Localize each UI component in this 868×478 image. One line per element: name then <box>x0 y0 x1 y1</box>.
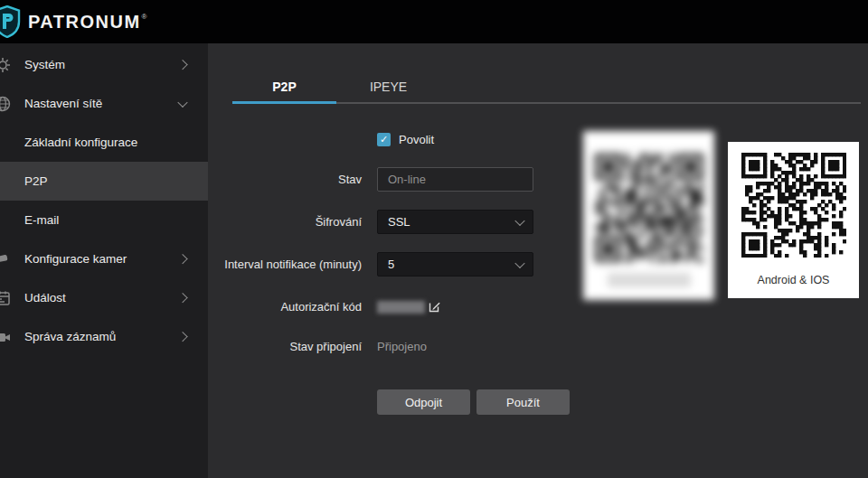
encryption-select-value: SSL <box>388 215 410 229</box>
shield-logo-icon <box>0 5 21 38</box>
chevron-down-icon <box>177 97 187 107</box>
status-label: Stav <box>208 173 362 186</box>
network-icon <box>0 95 12 113</box>
camera-icon <box>0 250 12 268</box>
apply-button[interactable]: Použít <box>476 389 570 415</box>
app-qr-label: Android & IOS <box>728 274 859 286</box>
disconnect-button[interactable]: Odpojit <box>377 389 470 415</box>
app-download-qr-code <box>741 153 846 258</box>
sidebar-item-email[interactable]: E-mail <box>0 201 208 239</box>
app-qr-card: Android & IOS <box>728 142 859 298</box>
chevron-right-icon <box>177 253 187 263</box>
patronum-logo: PATRONUM® <box>0 5 146 38</box>
active-tab-indicator <box>232 101 336 104</box>
chevron-down-icon <box>514 215 524 225</box>
chevron-right-icon <box>177 292 187 302</box>
logo-text: PATRONUM <box>28 12 141 33</box>
top-bar: PATRONUM® <box>0 0 868 43</box>
connection-status-label: Stav připojení <box>208 340 362 353</box>
sidebar-item-label: Událost <box>24 291 66 305</box>
interval-select[interactable]: 5 <box>377 252 533 276</box>
connection-status-value: Připojeno <box>377 340 427 353</box>
chevron-down-icon <box>514 258 524 267</box>
enable-label: Povolit <box>399 133 434 146</box>
logo-registered-mark: ® <box>142 13 147 21</box>
sidebar-item-label: Nastavení sítě <box>24 97 102 110</box>
sidebar: SystémNastavení sítěZákladní konfigurace… <box>0 43 208 478</box>
sidebar-item-label: E-mail <box>24 213 59 227</box>
sidebar-item-basic-config[interactable]: Základní konfigurace <box>0 123 208 162</box>
sidebar-item-label: Správa záznamů <box>24 330 116 343</box>
encryption-select[interactable]: SSL <box>377 210 533 234</box>
sidebar-item-p2p[interactable]: P2P <box>0 162 208 201</box>
tab-underline <box>232 102 861 104</box>
records-icon <box>0 328 12 346</box>
chevron-right-icon <box>177 331 187 341</box>
interval-select-value: 5 <box>388 258 394 271</box>
auth-code-hidden-value <box>377 301 425 314</box>
device-qr-code <box>595 154 703 262</box>
sidebar-item-label: Základní konfigurace <box>24 136 137 149</box>
enable-checkbox[interactable]: ✓ <box>377 133 391 146</box>
sidebar-item-event[interactable]: Událost <box>0 278 208 317</box>
status-input[interactable] <box>377 167 533 192</box>
sidebar-item-system[interactable]: Systém <box>0 45 208 84</box>
sidebar-item-label: Konfigurace kamer <box>24 252 127 266</box>
sidebar-item-records[interactable]: Správa záznamů <box>0 317 208 356</box>
device-qr-card <box>583 131 714 300</box>
edit-icon[interactable] <box>429 300 441 313</box>
sidebar-item-camera-config[interactable]: Konfigurace kamer <box>0 239 208 278</box>
encryption-label: Šifrování <box>208 215 362 229</box>
main-content: P2PIPEYE ✓ Povolit Stav Šifrování SSL In… <box>208 43 868 478</box>
interval-label: Interval notifikace (minuty) <box>208 258 362 271</box>
event-icon <box>0 289 12 307</box>
system-icon <box>0 56 12 74</box>
sidebar-item-network-settings[interactable]: Nastavení sítě <box>0 84 208 123</box>
device-id-blurred-text <box>608 273 691 287</box>
sidebar-item-label: P2P <box>24 174 48 188</box>
sidebar-item-label: Systém <box>24 58 65 71</box>
auth-code-label: Autorizační kód <box>208 300 362 314</box>
chevron-right-icon <box>177 59 187 69</box>
